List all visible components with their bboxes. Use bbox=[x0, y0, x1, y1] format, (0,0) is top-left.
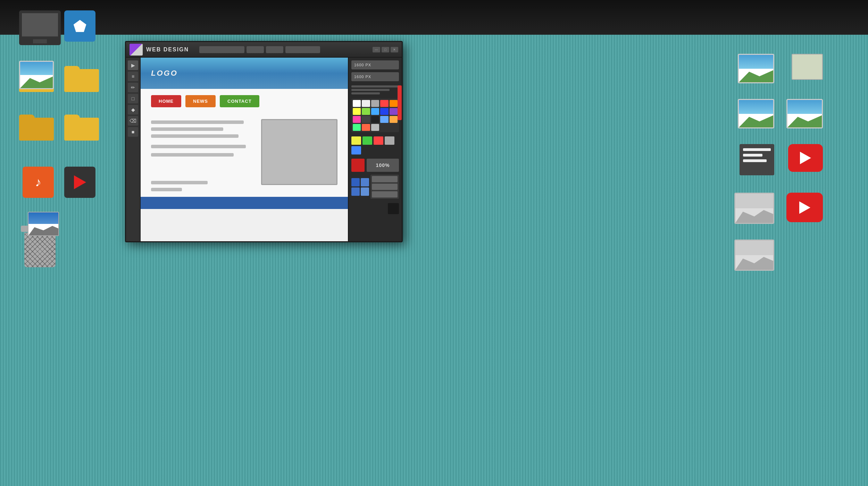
site-footer bbox=[141, 197, 348, 209]
site-mockup: LOGO HOME NEWS CONTACT bbox=[141, 58, 348, 241]
monitor-icon[interactable] bbox=[19, 10, 61, 45]
window-titlebar: WEB DESIGN — □ ✕ bbox=[126, 42, 402, 58]
swatch-purple[interactable] bbox=[390, 108, 398, 115]
window-controls: — □ ✕ bbox=[373, 47, 398, 52]
height-input[interactable]: 1600 PX bbox=[351, 72, 399, 81]
sticky-red bbox=[374, 136, 383, 145]
blue-grid bbox=[351, 178, 369, 196]
text-line-7 bbox=[151, 188, 182, 191]
image-icon-r3[interactable] bbox=[738, 99, 774, 128]
menu-tool[interactable]: ≡ bbox=[128, 72, 138, 81]
swatch-skyblue[interactable] bbox=[371, 108, 379, 115]
swatch-darkgray[interactable] bbox=[362, 116, 370, 123]
nav-home-button[interactable]: HOME bbox=[151, 95, 181, 107]
window-body: ▶ ≡ ✏ □ ◆ ⌫ ■ LOGO HOME NEWS CONTACT bbox=[126, 58, 402, 241]
youtube-icon-r1[interactable] bbox=[788, 144, 823, 172]
canvas-area: LOGO HOME NEWS CONTACT bbox=[141, 58, 348, 241]
nav-contact-button[interactable]: CONTACT bbox=[220, 95, 259, 107]
text-line-2 bbox=[151, 127, 223, 131]
zoom-label[interactable]: 100% bbox=[367, 159, 399, 172]
diamond-tool[interactable]: ◆ bbox=[128, 105, 138, 115]
swatch-white[interactable] bbox=[353, 100, 361, 107]
image-icon-r2[interactable] bbox=[792, 54, 823, 80]
youtube-icon-r2[interactable] bbox=[786, 193, 823, 222]
folder-icon-2[interactable] bbox=[64, 64, 99, 92]
photo-icon-r1[interactable] bbox=[734, 193, 774, 224]
text-line-6 bbox=[151, 181, 208, 184]
restore-button[interactable]: □ bbox=[382, 47, 389, 52]
panel-line-2 bbox=[351, 89, 390, 91]
music-icon[interactable]: ♪ bbox=[23, 167, 54, 198]
swatch-peach[interactable] bbox=[390, 116, 398, 123]
sticky-green bbox=[362, 136, 372, 145]
width-input[interactable]: 1600 PX bbox=[351, 60, 399, 69]
sticky-gray bbox=[385, 136, 394, 145]
tools-panel: ▶ ≡ ✏ □ ◆ ⌫ ■ bbox=[126, 58, 141, 241]
swatch-red[interactable] bbox=[380, 100, 388, 107]
sticky-notes bbox=[351, 135, 399, 156]
image-icon-r4[interactable] bbox=[786, 99, 823, 128]
swatch-pink[interactable] bbox=[353, 116, 361, 123]
right-panel: 1600 PX 1600 PX bbox=[348, 58, 402, 241]
dark-sq-row bbox=[351, 203, 399, 214]
close-button[interactable]: ✕ bbox=[391, 47, 398, 52]
color-tool[interactable]: ■ bbox=[128, 127, 138, 137]
cursor-tool[interactable]: ▶ bbox=[128, 60, 138, 70]
folder-icon-4[interactable] bbox=[64, 113, 99, 141]
blue-row-1 bbox=[351, 178, 369, 186]
toolbar-items bbox=[199, 46, 369, 53]
window-title: WEB DESIGN bbox=[146, 47, 189, 53]
toolbar-bar-2 bbox=[247, 46, 264, 53]
web-design-window: WEB DESIGN — □ ✕ ▶ ≡ ✏ □ ◆ ⌫ ■ bbox=[125, 41, 403, 242]
field-1[interactable] bbox=[372, 176, 398, 182]
swatch-green[interactable] bbox=[362, 108, 370, 115]
blue-file-icon[interactable] bbox=[28, 212, 59, 236]
rect-tool[interactable]: □ bbox=[128, 94, 138, 103]
swatch-lightblue[interactable] bbox=[380, 116, 388, 123]
swatch-blue[interactable] bbox=[380, 108, 388, 115]
swatch-lightgray[interactable] bbox=[362, 100, 370, 107]
content-text bbox=[151, 119, 254, 191]
text-line-4 bbox=[151, 145, 246, 148]
play-icon-1[interactable] bbox=[64, 167, 95, 198]
sticky-blue bbox=[351, 146, 361, 154]
folder-icon-3[interactable] bbox=[19, 113, 54, 141]
toolbar-bar-4 bbox=[285, 46, 320, 53]
blue-sq-3 bbox=[351, 187, 360, 196]
pencil-tool[interactable]: ✏ bbox=[128, 83, 138, 92]
blue-sq-4 bbox=[361, 187, 369, 196]
image-icon-1[interactable] bbox=[19, 61, 54, 89]
minimize-button[interactable]: — bbox=[373, 47, 380, 52]
sticky-yellow bbox=[351, 136, 361, 145]
toolbar-bar-3 bbox=[266, 46, 283, 53]
swatch-gray[interactable] bbox=[371, 100, 379, 107]
field-3[interactable] bbox=[372, 191, 398, 198]
text-line-1 bbox=[151, 120, 244, 124]
nav-news-button[interactable]: NEWS bbox=[185, 95, 216, 107]
dark-square bbox=[388, 203, 399, 214]
swatch-coral[interactable] bbox=[362, 124, 370, 131]
photo-icon-r2[interactable] bbox=[734, 240, 774, 271]
swatch-mint[interactable] bbox=[353, 124, 361, 131]
scrollbar[interactable] bbox=[398, 85, 402, 120]
text-icon-r1[interactable] bbox=[740, 144, 774, 175]
window-logo bbox=[130, 44, 143, 56]
dropbox-icon[interactable]: ⬟ bbox=[64, 10, 95, 42]
content-image bbox=[261, 119, 337, 185]
swatch-black[interactable] bbox=[371, 116, 379, 123]
field-2[interactable] bbox=[372, 184, 398, 190]
swatch-silver[interactable] bbox=[371, 124, 379, 131]
panel-lines bbox=[351, 84, 399, 96]
swatch-orange[interactable] bbox=[390, 100, 398, 107]
swatch-yellow[interactable] bbox=[353, 108, 361, 115]
text-line-5 bbox=[151, 153, 234, 157]
blue-row-2 bbox=[351, 187, 369, 196]
blue-blocks-row bbox=[351, 175, 399, 199]
color-grid bbox=[351, 99, 399, 132]
field-group bbox=[370, 175, 399, 199]
site-logo: LOGO bbox=[151, 69, 178, 78]
eraser-tool[interactable]: ⌫ bbox=[128, 116, 138, 126]
blue-sq-1 bbox=[351, 178, 360, 186]
site-content bbox=[141, 114, 348, 197]
image-icon-r1[interactable] bbox=[738, 54, 774, 83]
